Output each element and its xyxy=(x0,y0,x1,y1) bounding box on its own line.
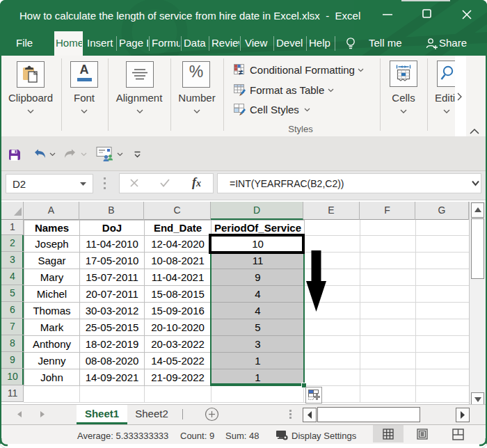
svg-text:≠: ≠ xyxy=(239,68,243,76)
